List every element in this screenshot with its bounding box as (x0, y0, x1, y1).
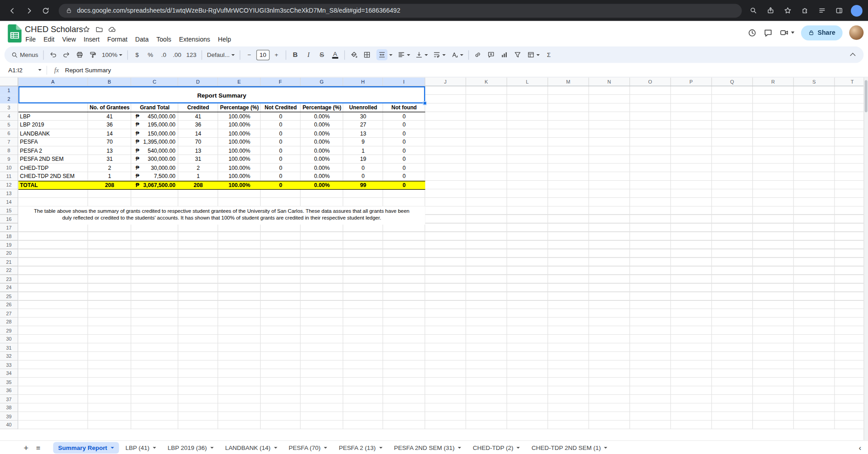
cell-value[interactable]: 100.00% (218, 172, 260, 181)
cell-value[interactable]: 100.00% (218, 138, 260, 146)
row-header-14[interactable]: 14 (0, 198, 18, 206)
cell-value[interactable]: 0 (261, 146, 301, 155)
table-header-cell[interactable]: Percentage (%) (218, 103, 260, 112)
column-header-T[interactable]: T (835, 77, 864, 85)
row-header-16[interactable]: 16 (0, 215, 18, 224)
vertical-scrollbar[interactable] (863, 77, 868, 440)
side-panel-icon[interactable] (832, 3, 846, 18)
row-header-38[interactable]: 38 (0, 403, 18, 412)
formula-input[interactable]: Report Summary (65, 67, 111, 74)
address-bar[interactable]: docs.google.com/spreadsheets/d/1wtqWzeBu… (59, 4, 742, 18)
cell-total-grand-total[interactable]: ₱3,067,500.00 (131, 181, 178, 189)
table-header-cell[interactable]: Not found (383, 103, 425, 112)
cell-total-value[interactable]: 0 (383, 181, 425, 189)
row-header-30[interactable]: 30 (0, 335, 18, 343)
cell-total-value[interactable]: 0.00% (301, 181, 343, 189)
row-header-39[interactable]: 39 (0, 412, 18, 421)
star-icon[interactable] (82, 25, 90, 33)
menu-file[interactable]: File (22, 34, 40, 44)
cell-grand-total[interactable]: ₱30,000.00 (131, 164, 178, 172)
cell-value[interactable]: 0 (383, 112, 425, 121)
cell-grantees[interactable]: 31 (88, 155, 132, 164)
cell-value[interactable]: 100.00% (218, 121, 260, 129)
cell-value[interactable]: 100.00% (218, 164, 260, 172)
cell-value[interactable]: 0 (261, 138, 301, 146)
fill-handle[interactable] (423, 101, 427, 105)
undo-button[interactable] (47, 48, 59, 61)
row-header-36[interactable]: 36 (0, 386, 18, 395)
text-wrap-button[interactable] (430, 48, 448, 61)
column-header-C[interactable]: C (131, 77, 178, 85)
move-folder-icon[interactable] (95, 25, 103, 33)
cell-value[interactable]: 100.00% (218, 155, 260, 164)
cell-grand-total[interactable]: ₱450,000.00 (131, 112, 178, 121)
reading-list-icon[interactable] (815, 3, 829, 18)
column-header-B[interactable]: B (88, 77, 132, 85)
column-header-F[interactable]: F (261, 77, 301, 85)
menu-extensions[interactable]: Extensions (175, 34, 214, 44)
add-sheet-button[interactable]: + (20, 441, 32, 454)
menu-format[interactable]: Format (104, 34, 132, 44)
merged-title-cell[interactable]: Report Summary (18, 86, 425, 103)
row-header-19[interactable]: 19 (0, 241, 18, 249)
table-header-cell[interactable]: Unenrolled (343, 103, 383, 112)
cell-value[interactable]: 19 (343, 155, 383, 164)
row-header-27[interactable]: 27 (0, 309, 18, 318)
format-currency-button[interactable]: $ (131, 48, 143, 61)
row-header-20[interactable]: 20 (0, 249, 18, 258)
sheet-tab-pesfa-2-13[interactable]: PESFA 2 (13) (334, 442, 387, 454)
column-header-M[interactable]: M (548, 77, 589, 85)
bookmark-star-icon[interactable] (781, 3, 795, 18)
cell-program-name[interactable]: CHED-TDP (18, 164, 88, 172)
cell-grantees[interactable]: 13 (88, 146, 132, 155)
cell-grantees[interactable]: 36 (88, 121, 132, 129)
cell-value[interactable]: 0 (383, 172, 425, 181)
strikethrough-button[interactable]: S (316, 48, 328, 61)
cell-program-name[interactable]: LBP 2019 (18, 121, 88, 129)
cell-grantees[interactable]: 1 (88, 172, 132, 181)
cell-value[interactable]: 30 (343, 112, 383, 121)
row-header-37[interactable]: 37 (0, 395, 18, 403)
forward-icon[interactable] (21, 3, 37, 18)
fill-color-button[interactable] (348, 48, 360, 61)
cell-value[interactable]: 2 (178, 164, 218, 172)
row-header-22[interactable]: 22 (0, 267, 18, 275)
row-header-28[interactable]: 28 (0, 318, 18, 326)
row-header-18[interactable]: 18 (0, 232, 18, 241)
row-header-23[interactable]: 23 (0, 275, 18, 284)
row-header-8[interactable]: 8 (0, 146, 18, 155)
share-button[interactable]: Share (801, 25, 843, 40)
sheet-tab-pesfa-70[interactable]: PESFA (70) (284, 442, 332, 454)
table-header-cell[interactable]: Credited (178, 103, 218, 112)
format-percent-button[interactable]: % (144, 48, 157, 61)
insert-link-button[interactable] (472, 48, 484, 61)
sheet-tab-pesfa-2nd-sem-31[interactable]: PESFA 2ND SEM (31) (389, 442, 466, 454)
cell-grand-total[interactable]: ₱1,395,000.00 (131, 138, 178, 146)
cell-value[interactable]: 100.00% (218, 146, 260, 155)
sheets-logo-icon[interactable] (8, 24, 22, 42)
column-header-N[interactable]: N (589, 77, 630, 85)
row-header-40[interactable]: 40 (0, 421, 18, 429)
cell-value[interactable]: 41 (178, 112, 218, 121)
cell-value[interactable]: 0 (383, 129, 425, 138)
meet-camera-icon[interactable] (779, 28, 794, 37)
row-header-24[interactable]: 24 (0, 284, 18, 292)
name-box[interactable]: A1:I2 (0, 67, 47, 74)
decrease-decimal-button[interactable]: .0 (157, 48, 170, 61)
reload-icon[interactable] (38, 3, 53, 18)
cell-program-name[interactable]: LANDBANK (18, 129, 88, 138)
italic-button[interactable]: I (302, 48, 315, 61)
table-views-button[interactable] (525, 48, 542, 61)
cell-grand-total[interactable]: ₱7,500.00 (131, 172, 178, 181)
column-header-O[interactable]: O (630, 77, 671, 85)
borders-button[interactable] (361, 48, 373, 61)
print-button[interactable] (73, 48, 86, 61)
account-avatar[interactable] (849, 25, 863, 40)
cell-value[interactable]: 0 (383, 164, 425, 172)
cell-grantees[interactable]: 70 (88, 138, 132, 146)
cell-value[interactable]: 27 (343, 121, 383, 129)
comment-history-icon[interactable] (764, 28, 773, 37)
cell-program-name[interactable]: PESFA 2ND SEM (18, 155, 88, 164)
increase-decimal-button[interactable]: .00 (170, 48, 184, 61)
cell-value[interactable]: 0 (383, 121, 425, 129)
